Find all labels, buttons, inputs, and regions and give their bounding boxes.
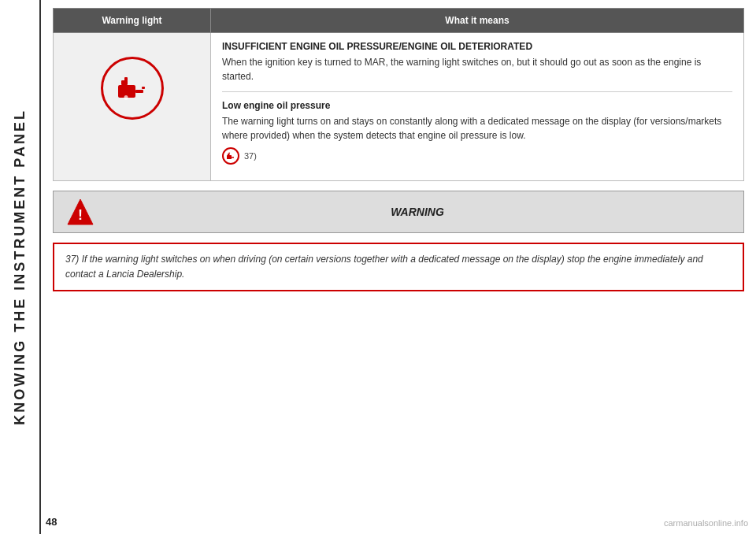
desc-section-2: Low engine oil pressure The warning ligh… (222, 100, 732, 172)
page-wrapper: KNOWING THE INSTRUMENT PANEL Warning lig… (0, 0, 756, 534)
oil-can-icon (112, 68, 153, 109)
svg-rect-4 (124, 77, 128, 81)
warning-table: Warning light What it means (53, 8, 744, 181)
svg-point-5 (124, 95, 128, 100)
warning-message-text: 37) If the warning light switches on whe… (65, 254, 703, 280)
desc-section-1: INSUFFICIENT ENGINE OIL PRESSURE/ENGINE … (222, 41, 732, 92)
desc-text-2: The warning light turns on and stays on … (222, 114, 732, 143)
svg-rect-1 (135, 90, 143, 93)
svg-rect-2 (142, 87, 145, 89)
svg-text:!: ! (78, 207, 83, 223)
warning-triangle-icon: ! (66, 198, 94, 226)
warning-title: WARNING (104, 206, 731, 218)
svg-rect-7 (232, 157, 234, 158)
watermark: carmanualsonline.info (664, 518, 748, 528)
desc-title-1: INSUFFICIENT ENGINE OIL PRESSURE/ENGINE … (222, 41, 732, 52)
main-content: Warning light What it means (41, 0, 756, 534)
warning-message-box: 37) If the warning light switches on whe… (53, 243, 744, 291)
footnote-text: 37) (244, 151, 257, 161)
table-cell-icon (54, 33, 211, 181)
sidebar: KNOWING THE INSTRUMENT PANEL (0, 0, 41, 534)
desc-text-1: When the ignition key is turned to MAR, … (222, 55, 732, 83)
table-row: INSUFFICIENT ENGINE OIL PRESSURE/ENGINE … (54, 33, 744, 181)
oil-warning-icon-container (101, 57, 164, 120)
small-oil-icon (222, 147, 239, 165)
table-header-col2: What it means (211, 9, 744, 33)
svg-rect-9 (229, 153, 230, 154)
small-icon-row: 37) (222, 147, 732, 165)
sidebar-label: KNOWING THE INSTRUMENT PANEL (12, 109, 28, 425)
warning-box: ! WARNING (53, 191, 744, 233)
small-oil-svg (225, 150, 236, 161)
table-header-col1: Warning light (54, 9, 211, 33)
page-number: 48 (46, 516, 57, 528)
svg-rect-6 (227, 155, 232, 159)
table-cell-description: INSUFFICIENT ENGINE OIL PRESSURE/ENGINE … (211, 33, 744, 181)
desc-title-2: Low engine oil pressure (222, 100, 732, 111)
